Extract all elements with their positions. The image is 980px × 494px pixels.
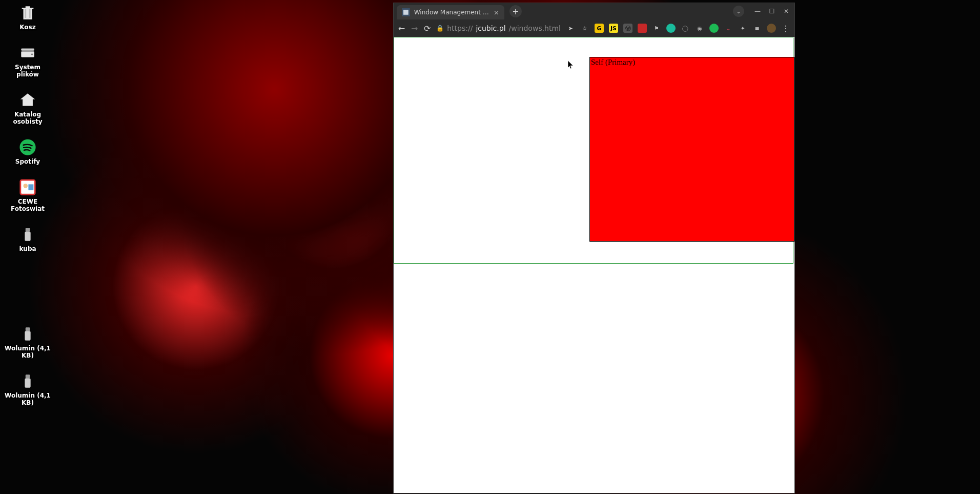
kebab-menu-icon[interactable]: ⋮ xyxy=(781,24,790,33)
desktop-icon-trash[interactable]: Kosz xyxy=(3,4,52,31)
tab-close-button[interactable]: × xyxy=(494,9,499,16)
spotify-icon xyxy=(17,139,38,156)
window-close-button[interactable]: ✕ xyxy=(782,7,790,15)
browser-titlebar[interactable]: Window Management Dem × + ⌄ — ☐ ✕ xyxy=(394,3,794,19)
extension-icon[interactable]: ⓦ xyxy=(623,24,632,33)
desktop-icon-usb-kuba[interactable]: kuba xyxy=(3,226,52,252)
extension-icon[interactable] xyxy=(666,24,676,33)
usb-drive-icon xyxy=(17,226,38,243)
tabs-dropdown-button[interactable]: ⌄ xyxy=(733,6,744,17)
profile-avatar-icon[interactable] xyxy=(767,24,776,33)
photo-app-icon xyxy=(17,179,38,196)
flag-icon[interactable]: ⚑ xyxy=(652,24,661,33)
desktop-icon-label: Katalog osobisty xyxy=(3,111,52,125)
window-maximize-button[interactable]: ☐ xyxy=(768,7,776,15)
desktop-icon-label: Wolumin (4,1 KB) xyxy=(3,345,52,359)
nav-back-button[interactable]: ← xyxy=(398,23,405,33)
self-window-label: Self (Primary) xyxy=(590,57,794,67)
tab-title: Window Management Dem xyxy=(414,9,489,16)
desktop-icon-label: Wolumin (4,1 KB) xyxy=(3,392,52,406)
bookmark-star-icon[interactable]: ☆ xyxy=(580,24,589,33)
window-minimize-button[interactable]: — xyxy=(753,7,762,15)
browser-viewport: Self (Primary) xyxy=(394,37,794,493)
pocket-icon[interactable]: ⌄ xyxy=(724,24,733,33)
url-host: jcubic.pl xyxy=(476,24,505,32)
svg-point-2 xyxy=(31,53,33,55)
desktop-icon-home[interactable]: Katalog osobisty xyxy=(3,91,52,125)
camera-icon[interactable]: ◉ xyxy=(695,24,704,33)
browser-window: Window Management Dem × + ⌄ — ☐ ✕ ← → ⟳ … xyxy=(394,3,794,493)
svg-rect-1 xyxy=(21,49,34,51)
extensions-puzzle-icon[interactable]: ✦ xyxy=(738,24,747,33)
nav-forward-button[interactable]: → xyxy=(411,23,418,33)
svg-rect-7 xyxy=(28,184,33,190)
mouse-cursor-icon xyxy=(567,60,574,69)
desktop-icons-column: Kosz System plików Katalog osobisty Spot… xyxy=(0,0,55,406)
svg-rect-9 xyxy=(25,231,30,241)
desktop-icon-label: Spotify xyxy=(15,158,40,165)
svg-rect-13 xyxy=(25,378,30,387)
url-scheme: https:// xyxy=(447,24,473,32)
svg-rect-11 xyxy=(25,331,30,340)
svg-rect-12 xyxy=(26,374,30,378)
home-icon xyxy=(17,91,38,109)
desktop-icon-label: kuba xyxy=(19,245,36,252)
desktop-icon-label: System plików xyxy=(3,64,52,78)
extension-icon[interactable] xyxy=(638,24,647,33)
extension-icon[interactable] xyxy=(709,24,719,33)
reading-list-icon[interactable]: ≡ xyxy=(752,24,762,33)
desktop-icon-volume-1[interactable]: Wolumin (4,1 KB) xyxy=(3,325,52,359)
browser-tab[interactable]: Window Management Dem × xyxy=(397,5,504,19)
extensions-row: ➤ ☆ G JS ⓦ ⚑ ◯ ◉ ⌄ ✦ ≡ ⋮ xyxy=(566,24,790,33)
desktop-icon-label: Kosz xyxy=(19,24,35,31)
lock-icon: 🔒 xyxy=(436,25,444,32)
nav-reload-button[interactable]: ⟳ xyxy=(423,23,431,33)
drive-icon xyxy=(17,44,38,62)
address-bar[interactable]: 🔒 https://jcubic.pl/windows.html xyxy=(436,24,561,32)
desktop-icon-volume-2[interactable]: Wolumin (4,1 KB) xyxy=(3,372,52,406)
svg-rect-8 xyxy=(26,228,30,231)
usb-drive-icon xyxy=(17,372,38,390)
extension-icon[interactable]: G xyxy=(595,24,604,33)
desktop-icon-label: CEWE Fotoswiat xyxy=(3,198,52,212)
url-path: /windows.html xyxy=(509,24,561,32)
desktop-icon-spotify[interactable]: Spotify xyxy=(3,139,52,165)
tab-favicon-icon xyxy=(402,8,410,16)
trash-icon xyxy=(17,4,38,22)
usb-drive-icon xyxy=(17,325,38,343)
shield-icon[interactable]: ◯ xyxy=(681,24,690,33)
send-icon[interactable]: ➤ xyxy=(566,24,575,33)
self-window-box[interactable]: Self (Primary) xyxy=(589,57,794,242)
svg-rect-15 xyxy=(403,10,409,15)
desktop-icon-cewe[interactable]: CEWE Fotoswiat xyxy=(3,179,52,212)
extension-js-icon[interactable]: JS xyxy=(609,24,618,33)
svg-rect-10 xyxy=(26,327,30,331)
svg-point-6 xyxy=(24,184,28,188)
desktop-icon-filesystem[interactable]: System plików xyxy=(3,44,52,78)
new-tab-button[interactable]: + xyxy=(509,5,522,17)
screen-outline-box: Self (Primary) xyxy=(394,37,793,264)
browser-toolbar: ← → ⟳ 🔒 https://jcubic.pl/windows.html ➤… xyxy=(394,19,794,37)
